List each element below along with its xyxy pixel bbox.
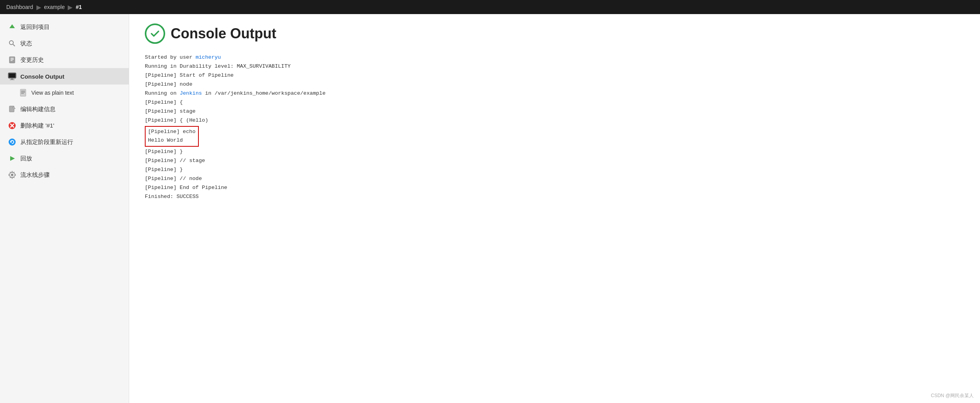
delete-circle-icon <box>8 121 16 130</box>
sidebar-item-pipeline-steps[interactable]: 流水线步骤 <box>0 167 129 183</box>
svg-line-2 <box>13 44 15 46</box>
svg-rect-5 <box>11 59 14 60</box>
svg-point-1 <box>9 41 13 45</box>
magnifier-icon <box>8 39 16 48</box>
svg-point-24 <box>11 174 13 176</box>
svg-marker-0 <box>9 24 15 28</box>
console-line-6: [Pipeline] { <box>145 98 964 107</box>
svg-rect-11 <box>20 89 26 96</box>
nav-build: #1 <box>76 4 82 10</box>
sidebar-label-console: Console Output <box>20 73 65 80</box>
arrow-replay-icon <box>8 154 16 163</box>
sidebar-label-plain-text: View as plain text <box>31 90 74 96</box>
svg-rect-13 <box>21 92 25 93</box>
console-output: Started by user micheryu Running in Dura… <box>145 53 964 202</box>
success-icon <box>145 23 165 44</box>
refresh-circle-icon <box>8 138 16 146</box>
gear-icon <box>8 171 16 179</box>
sidebar-label-replay: 回放 <box>20 155 32 162</box>
notepad-icon <box>8 56 16 64</box>
console-highlighted-block: [Pipeline] echo Hello World <box>145 126 199 147</box>
notepad2-icon <box>8 105 16 113</box>
page-title: Console Output <box>171 25 276 42</box>
sidebar-item-changes[interactable]: 变更历史 <box>0 52 129 68</box>
console-line-3: [Pipeline] Start of Pipeline <box>145 71 964 80</box>
nav-dashboard[interactable]: Dashboard <box>6 4 33 10</box>
console-line-7: [Pipeline] stage <box>145 107 964 116</box>
nav-example[interactable]: example <box>44 4 65 10</box>
sidebar-item-edit-build[interactable]: 编辑构建信息 <box>0 101 129 117</box>
sidebar-label-delete: 删除构建 '#1' <box>20 122 54 130</box>
console-line-5: Running on Jenkins in /var/jenkins_home/… <box>145 89 964 98</box>
sidebar-label-pipeline-steps: 流水线步骤 <box>20 171 50 179</box>
main-content: Console Output Started by user micheryu … <box>129 14 980 403</box>
sidebar-label-restart: 从指定阶段重新运行 <box>20 139 73 146</box>
sidebar-item-delete-build[interactable]: 删除构建 '#1' <box>0 117 129 134</box>
svg-rect-14 <box>21 93 24 94</box>
svg-marker-23 <box>10 156 15 161</box>
breadcrumb-sep-1: ▶ <box>36 4 41 11</box>
doc-icon <box>19 88 27 97</box>
console-line-10: Hello World <box>148 136 196 145</box>
breadcrumb-sep-2: ▶ <box>68 4 72 11</box>
breadcrumb: Dashboard ▶ example ▶ #1 <box>0 0 980 14</box>
console-line-15: [Pipeline] End of Pipeline <box>145 184 964 193</box>
sidebar-item-console-output[interactable]: Console Output <box>0 68 129 85</box>
sidebar-item-view-plain-text[interactable]: View as plain text <box>0 85 129 101</box>
page-title-area: Console Output <box>145 23 964 44</box>
sidebar-item-back-to-project[interactable]: 返回到项目 <box>0 19 129 35</box>
sidebar-label-changes: 变更历史 <box>20 56 44 64</box>
console-line-1: Started by user micheryu <box>145 53 964 62</box>
console-line-2: Running in Durability level: MAX_SURVIVA… <box>145 62 964 71</box>
sidebar: 返回到项目 状态 变更历史 <box>0 14 129 403</box>
console-line-13: [Pipeline] } <box>145 166 964 175</box>
svg-rect-10 <box>10 79 14 80</box>
user-link[interactable]: micheryu <box>196 54 221 60</box>
console-line-12: [Pipeline] // stage <box>145 157 964 166</box>
console-line-9: [Pipeline] echo <box>148 128 196 137</box>
svg-rect-9 <box>11 79 13 79</box>
console-line-8: [Pipeline] { (Hello) <box>145 116 964 125</box>
svg-rect-6 <box>11 60 13 61</box>
console-line-16: Finished: SUCCESS <box>145 193 964 202</box>
svg-rect-12 <box>21 91 25 92</box>
sidebar-item-status[interactable]: 状态 <box>0 35 129 52</box>
monitor-icon <box>8 72 16 81</box>
sidebar-label-status: 状态 <box>20 40 32 47</box>
console-line-4: [Pipeline] node <box>145 80 964 89</box>
console-line-14: [Pipeline] // node <box>145 175 964 184</box>
svg-rect-4 <box>11 58 14 59</box>
sidebar-label-edit-build: 编辑构建信息 <box>20 106 56 113</box>
watermark: CSDN @网民余某人 <box>931 392 974 399</box>
sidebar-item-restart-from-stage[interactable]: 从指定阶段重新运行 <box>0 134 129 150</box>
sidebar-item-replay[interactable]: 回放 <box>0 150 129 167</box>
svg-rect-3 <box>9 57 15 63</box>
jenkins-link[interactable]: Jenkins <box>180 90 202 96</box>
arrow-up-icon <box>8 23 16 31</box>
console-line-11: [Pipeline] } <box>145 148 964 157</box>
svg-rect-8 <box>9 74 15 77</box>
sidebar-label-back: 返回到项目 <box>20 23 50 31</box>
